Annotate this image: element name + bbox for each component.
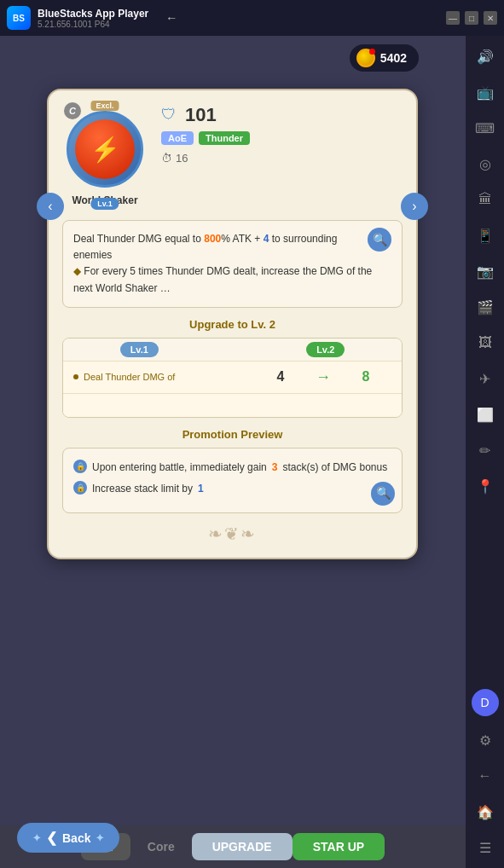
sidebar-camera-icon[interactable]: 📷 — [473, 259, 497, 283]
sidebar-circle-icon[interactable]: ◎ — [473, 152, 497, 176]
titlebar-nav: ← — [165, 11, 177, 25]
promotion-section-title: Promotion Preview — [62, 428, 403, 441]
app-logo: BS — [7, 6, 31, 30]
card-nav-right-btn[interactable]: › — [401, 193, 428, 220]
sidebar-phone-icon[interactable]: 📱 — [473, 223, 497, 247]
promotion-magnify-btn[interactable]: 🔍 — [371, 482, 395, 506]
main-area: 5402 ‹ › Excl. C ⚡ Lv.1 World Shaker 🛡 1… — [0, 36, 466, 868]
back-sparkle-left: ✦ — [32, 832, 41, 844]
desc-text-mid1: % ATK + — [221, 233, 263, 245]
upgrade-val-current: 4 — [255, 369, 306, 385]
promo-line2-highlight: 1 — [198, 480, 204, 499]
sidebar-display-icon[interactable]: 📺 — [473, 80, 497, 104]
sidebar-building-icon[interactable]: 🏛 — [473, 188, 497, 211]
back-sparkle-right: ✦ — [96, 832, 104, 844]
tab-core[interactable]: Core — [130, 833, 192, 860]
c-badge: C — [64, 102, 81, 119]
promo-line1-post: stack(s) of DMG bonus — [282, 459, 387, 477]
skill-icon-circle: ⚡ — [67, 111, 143, 188]
skill-icon-wrapper: Excl. C ⚡ Lv.1 World Shaker — [62, 104, 148, 206]
excl-badge: Excl. — [90, 101, 119, 111]
sidebar-menu-icon[interactable]: ☰ — [473, 836, 497, 859]
promo-lock-icon-2: 🔒 — [73, 481, 87, 495]
upgrade-dot-icon — [73, 374, 78, 379]
upgrade-table: Lv.1 Lv.2 Deal Thunder DMG of 4 → 8 — [62, 338, 403, 418]
promo-lock-icon-1: 🔒 — [73, 460, 87, 473]
skill-power-row: 🛡 101 — [161, 104, 403, 126]
shield-icon: 🛡 — [161, 106, 180, 124]
window-controls: — □ ✕ — [446, 11, 497, 25]
upgrade-header: Lv.1 Lv.2 — [63, 339, 402, 361]
skill-level-badge: Lv.1 — [90, 198, 119, 210]
sidebar-pin-icon[interactable]: 📍 — [473, 474, 497, 498]
sidebar-plane-icon[interactable]: ✈ — [473, 367, 497, 391]
gold-coin-icon — [356, 49, 375, 67]
sidebar-edit-icon[interactable]: ✏ — [473, 438, 497, 462]
titlebar: BS BlueStacks App Player 5.21.656.1001 P… — [0, 0, 504, 36]
titlebar-text: BlueStacks App Player 5.21.656.1001 P64 — [38, 8, 148, 29]
tag-thunder: Thunder — [199, 131, 250, 145]
minimize-btn[interactable]: — — [446, 11, 460, 25]
lv-current-badge: Lv.1 — [120, 342, 159, 357]
upgrade-row-dmg: Deal Thunder DMG of 4 → 8 — [63, 361, 402, 393]
upgrade-section: Upgrade to Lv. 2 Lv.1 Lv.2 Deal Thunder … — [62, 318, 403, 418]
promo-line-2: 🔒 Increase stack limit by 1 — [73, 480, 391, 499]
sidebar-square-icon[interactable]: ⬜ — [473, 402, 497, 426]
card-header: Excl. C ⚡ Lv.1 World Shaker 🛡 101 AoE Th… — [62, 104, 403, 206]
back-label: Back — [62, 831, 90, 845]
promo-line1-highlight: 3 — [272, 459, 278, 477]
desc-highlight-800: 800 — [204, 233, 221, 245]
starup-btn[interactable]: STAR UP — [293, 833, 385, 860]
sidebar-key-icon[interactable]: ⌨ — [473, 116, 497, 140]
upgrade-row-empty — [63, 393, 402, 417]
skill-icon-art: ⚡ — [75, 119, 135, 179]
gold-amount: 5402 — [380, 51, 407, 65]
app-version: 5.21.656.1001 P64 — [38, 20, 148, 29]
upgrade-btn[interactable]: UPGRADE — [192, 833, 293, 860]
skill-tags: AoE Thunder — [161, 131, 403, 145]
description-magnify-btn[interactable]: 🔍 — [368, 228, 391, 252]
sidebar-image-icon[interactable]: 🖼 — [473, 331, 497, 355]
card-nav-left-btn[interactable]: ‹ — [37, 193, 64, 220]
upgrade-row-label: Deal Thunder DMG of — [84, 372, 255, 382]
promo-line2-pre: Increase stack limit by — [92, 480, 193, 499]
back-button[interactable]: ✦ ❮ Back ✦ — [17, 823, 119, 853]
sidebar-home-icon[interactable]: 🏠 — [473, 800, 497, 824]
promotion-box: 🔒 Upon entering battle, immediately gain… — [62, 448, 403, 513]
timer-value: 16 — [176, 152, 188, 165]
promo-line1-pre: Upon entering battle, immediately gain — [92, 459, 267, 477]
desc-text-pre: Deal Thunder DMG equal to — [73, 233, 204, 245]
tag-aoe: AoE — [161, 131, 194, 145]
desc-detail: For every 5 times Thunder DMG dealt, inc… — [73, 265, 372, 293]
back-arrow-icon: ❮ — [46, 830, 57, 846]
maximize-btn[interactable]: □ — [465, 11, 478, 25]
timer-icon: ⏱ — [161, 152, 172, 165]
card-decoration: ❧❦❧ — [62, 524, 403, 544]
gold-display: 5402 — [350, 44, 419, 72]
upgrade-arrow-icon: → — [306, 368, 340, 386]
sidebar-discord-icon[interactable]: D — [472, 689, 499, 716]
sidebar-back-icon[interactable]: ← — [473, 764, 497, 788]
upgrade-val-next: 8 — [340, 369, 391, 385]
promotion-section: Promotion Preview 🔒 Upon entering battle… — [62, 428, 403, 513]
sidebar-settings-icon[interactable]: ⚙ — [473, 728, 497, 752]
skill-power-number: 101 — [185, 104, 217, 126]
sidebar-video-icon[interactable]: 🎬 — [473, 295, 497, 319]
notification-dot — [369, 49, 375, 55]
card-info: 🛡 101 AoE Thunder ⏱ 16 — [161, 104, 403, 165]
skill-timer: ⏱ 16 — [161, 152, 403, 165]
right-sidebar: 🔊 📺 ⌨ ◎ 🏛 📱 📷 🎬 🖼 ✈ ⬜ ✏ 📍 D ⚙ ← 🏠 ☰ — [466, 36, 504, 868]
back-nav-btn[interactable]: ← — [165, 11, 177, 25]
sidebar-volume-icon[interactable]: 🔊 — [473, 44, 497, 68]
promo-line-1: 🔒 Upon entering battle, immediately gain… — [73, 459, 391, 477]
app-title: BlueStacks App Player — [38, 8, 148, 20]
skill-card-panel: ‹ › Excl. C ⚡ Lv.1 World Shaker 🛡 101 Ao… — [47, 89, 418, 559]
desc-diamond: ◆ — [73, 265, 81, 277]
skill-description-box: 🔍 Deal Thunder DMG equal to 800% ATK + 4… — [62, 220, 403, 308]
close-btn[interactable]: ✕ — [484, 11, 497, 25]
lv-next-badge: Lv.2 — [306, 342, 345, 357]
upgrade-section-title: Upgrade to Lv. 2 — [62, 318, 403, 331]
